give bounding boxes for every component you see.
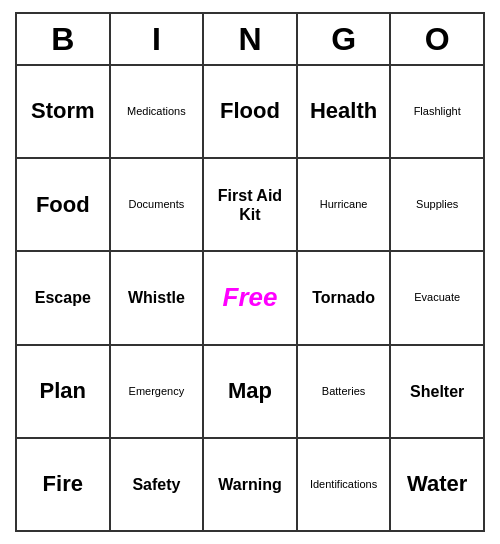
bingo-row-4: FireSafetyWarningIdentificationsWater xyxy=(17,439,483,530)
header-letter: I xyxy=(111,14,205,64)
bingo-cell-4-4: Water xyxy=(391,439,483,530)
bingo-cell-1-4: Supplies xyxy=(391,159,483,250)
bingo-cell-3-2: Map xyxy=(204,346,298,437)
bingo-cell-4-2: Warning xyxy=(204,439,298,530)
bingo-cell-4-3: Identifications xyxy=(298,439,392,530)
bingo-cell-2-2: Free xyxy=(204,252,298,343)
bingo-row-3: PlanEmergencyMapBatteriesShelter xyxy=(17,346,483,439)
bingo-cell-4-1: Safety xyxy=(111,439,205,530)
header-letter: N xyxy=(204,14,298,64)
bingo-cell-2-1: Whistle xyxy=(111,252,205,343)
bingo-row-1: FoodDocumentsFirst Aid KitHurricaneSuppl… xyxy=(17,159,483,252)
bingo-row-0: StormMedicationsFloodHealthFlashlight xyxy=(17,66,483,159)
bingo-cell-0-2: Flood xyxy=(204,66,298,157)
bingo-cell-3-4: Shelter xyxy=(391,346,483,437)
bingo-cell-1-0: Food xyxy=(17,159,111,250)
bingo-cell-0-4: Flashlight xyxy=(391,66,483,157)
bingo-cell-2-0: Escape xyxy=(17,252,111,343)
bingo-cell-0-0: Storm xyxy=(17,66,111,157)
bingo-cell-2-4: Evacuate xyxy=(391,252,483,343)
bingo-cell-4-0: Fire xyxy=(17,439,111,530)
bingo-header: BINGO xyxy=(17,14,483,66)
bingo-cell-1-2: First Aid Kit xyxy=(204,159,298,250)
bingo-card: BINGO StormMedicationsFloodHealthFlashli… xyxy=(15,12,485,532)
bingo-cell-3-0: Plan xyxy=(17,346,111,437)
bingo-row-2: EscapeWhistleFreeTornadoEvacuate xyxy=(17,252,483,345)
bingo-cell-3-1: Emergency xyxy=(111,346,205,437)
header-letter: G xyxy=(298,14,392,64)
header-letter: O xyxy=(391,14,483,64)
bingo-cell-1-1: Documents xyxy=(111,159,205,250)
bingo-cell-0-3: Health xyxy=(298,66,392,157)
bingo-body: StormMedicationsFloodHealthFlashlightFoo… xyxy=(17,66,483,530)
bingo-cell-0-1: Medications xyxy=(111,66,205,157)
bingo-cell-2-3: Tornado xyxy=(298,252,392,343)
bingo-cell-1-3: Hurricane xyxy=(298,159,392,250)
bingo-cell-3-3: Batteries xyxy=(298,346,392,437)
header-letter: B xyxy=(17,14,111,64)
